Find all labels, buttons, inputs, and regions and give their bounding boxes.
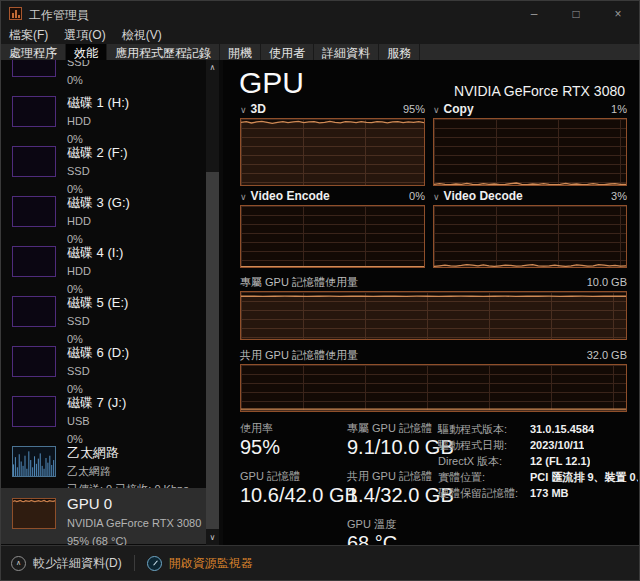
menu-options[interactable]: 選項(O) — [64, 27, 105, 44]
chart-copy-label: Copy — [444, 102, 474, 116]
menu-view[interactable]: 檢視(V) — [122, 27, 162, 44]
driver-date-label: 驅動程式日期: — [438, 438, 530, 454]
gpu-temperature-label: GPU 溫度 — [347, 517, 453, 531]
disk-graph-thumbnail — [12, 296, 56, 327]
tab-startup[interactable]: 開機 — [220, 44, 261, 60]
physical-location-label: 實體位置: — [438, 470, 530, 486]
directx-version-value: 12 (FL 12.1) — [530, 454, 590, 470]
page-title: GPU — [239, 66, 304, 100]
body: SSD 0% 磁碟 1 (H:) HDD 0% 磁碟 2 (F:) — [1, 60, 639, 545]
disk-graph-thumbnail — [12, 346, 56, 377]
title-bar: 工作管理員 – □ × — [1, 1, 639, 27]
minimize-button[interactable]: – — [513, 1, 555, 27]
chevron-up-circle-icon: ∧ — [11, 556, 26, 571]
chart-3d — [240, 118, 425, 186]
disk-graph-thumbnail — [12, 60, 56, 77]
sidebar-item-disk2[interactable]: 磁碟 2 (F:) SSD 0% — [1, 138, 206, 188]
chart-shared-memory — [240, 364, 627, 412]
chart-3d-label: 3D — [251, 102, 266, 116]
chart-video-decode-label: Video Decode — [444, 189, 523, 203]
chart-copy — [433, 118, 627, 186]
gpu-pane: GPU NVIDIA GeForce RTX 3080 ∨ 3D 95% ∨ C… — [223, 60, 639, 545]
app-icon — [9, 7, 22, 20]
shared-memory-chart-scale: 32.0 GB — [587, 349, 627, 361]
sidebar-item-disk0-partial[interactable]: SSD 0% — [1, 60, 206, 88]
ethernet-graph-thumbnail — [12, 446, 56, 477]
sidebar-item-disk1[interactable]: 磁碟 1 (H:) HDD 0% — [1, 88, 206, 138]
chevron-down-icon[interactable]: ∨ — [240, 192, 247, 202]
hw-reserved-memory-value: 173 MB — [530, 486, 569, 502]
chart-video-decode — [433, 205, 627, 268]
chart-video-decode-value: 3% — [611, 190, 627, 202]
chevron-down-icon[interactable]: ∨ — [433, 105, 440, 115]
driver-version-value: 31.0.15.4584 — [530, 422, 594, 438]
scroll-up-icon[interactable]: ∧ — [206, 60, 219, 75]
stats-column-1: 使用率 95% GPU 記憶體 10.6/42.0 GB — [240, 421, 342, 517]
chart-video-encode-label: Video Encode — [251, 189, 330, 203]
sidebar-item-disk6[interactable]: 磁碟 6 (D:) SSD 0% — [1, 338, 206, 388]
gpu-memory-value: 10.6/42.0 GB — [240, 483, 342, 508]
utilization-value: 95% — [240, 435, 342, 460]
stats-column-3: 驅動程式版本: 31.0.15.4584 驅動程式日期: 2023/10/11 … — [438, 422, 638, 502]
hw-reserved-memory-label: 硬體保留記憶體: — [438, 486, 530, 502]
sidebar-item-disk7[interactable]: 磁碟 7 (J:) USB 0% — [1, 388, 206, 438]
footer-bar: ∧ 較少詳細資料(D) 開啟資源監視器 — [1, 545, 639, 580]
sidebar-item-disk3[interactable]: 磁碟 3 (G:) HDD 0% — [1, 188, 206, 238]
disk-graph-thumbnail — [12, 96, 56, 127]
footer-divider — [134, 555, 135, 571]
gpu-graph-thumbnail — [12, 498, 56, 529]
directx-version-label: DirectX 版本: — [438, 454, 530, 470]
chart-copy-value: 1% — [611, 103, 627, 115]
tab-processes[interactable]: 處理程序 — [1, 44, 66, 60]
chart-3d-value: 95% — [403, 103, 425, 115]
utilization-label: 使用率 — [240, 421, 342, 435]
chevron-down-icon[interactable]: ∨ — [433, 192, 440, 202]
menu-bar: 檔案(F) 選項(O) 檢視(V) — [1, 27, 639, 44]
task-manager-window: 工作管理員 – □ × 檔案(F) 選項(O) 檢視(V) 處理程序 效能 應用… — [0, 0, 640, 581]
close-button[interactable]: × — [597, 1, 639, 27]
tab-services[interactable]: 服務 — [379, 44, 420, 60]
disk-graph-thumbnail — [12, 396, 56, 427]
tab-app-history[interactable]: 應用程式歷程記錄 — [107, 44, 220, 60]
sidebar-item-disk5[interactable]: 磁碟 5 (E:) SSD 0% — [1, 288, 206, 338]
window-title: 工作管理員 — [29, 7, 89, 24]
tab-performance[interactable]: 效能 — [66, 44, 107, 60]
resource-monitor-icon — [147, 556, 162, 571]
disk-graph-thumbnail — [12, 196, 56, 227]
tab-users[interactable]: 使用者 — [261, 44, 314, 60]
disk-graph-thumbnail — [12, 246, 56, 277]
tab-strip: 處理程序 效能 應用程式歷程記錄 開機 使用者 詳細資料 服務 — [1, 44, 639, 60]
menu-file[interactable]: 檔案(F) — [9, 27, 48, 44]
gpu-memory-label: GPU 記憶體 — [240, 469, 342, 483]
performance-sidebar: SSD 0% 磁碟 1 (H:) HDD 0% 磁碟 2 (F:) — [1, 60, 223, 545]
disk-graph-thumbnail — [12, 146, 56, 177]
sidebar-item-disk4[interactable]: 磁碟 4 (I:) HDD 0% — [1, 238, 206, 288]
chevron-down-icon[interactable]: ∨ — [240, 105, 247, 115]
physical-location-value: PCI 匯流排 9、裝置 0、函… — [530, 470, 638, 486]
driver-date-value: 2023/10/11 — [530, 438, 584, 454]
sidebar-scrollbar[interactable]: ∧ ∨ — [206, 60, 219, 545]
scrollbar-thumb[interactable] — [206, 172, 219, 529]
gpu-device-name: NVIDIA GeForce RTX 3080 — [454, 83, 625, 99]
tab-details[interactable]: 詳細資料 — [314, 44, 379, 60]
driver-version-label: 驅動程式版本: — [438, 422, 530, 438]
fewer-details-button[interactable]: ∧ 較少詳細資料(D) — [11, 555, 122, 572]
chart-video-encode — [240, 205, 425, 268]
chart-dedicated-memory — [240, 291, 627, 340]
dedicated-memory-chart-scale: 10.0 GB — [587, 276, 627, 288]
maximize-button[interactable]: □ — [555, 1, 597, 27]
scroll-down-icon[interactable]: ∨ — [206, 530, 219, 545]
dedicated-memory-chart-label: 專屬 GPU 記憶體使用量 — [240, 275, 358, 290]
sidebar-item-gpu0[interactable]: GPU 0 NVIDIA GeForce RTX 3080 95% (68 °C… — [1, 488, 206, 544]
open-resource-monitor-link[interactable]: 開啟資源監視器 — [147, 555, 253, 572]
chart-video-encode-value: 0% — [409, 190, 425, 202]
shared-memory-chart-label: 共用 GPU 記憶體使用量 — [240, 348, 358, 363]
sidebar-item-ethernet[interactable]: 乙太網路 乙太網路 已傳送: 0 已接收: 0 Kbps — [1, 438, 206, 488]
